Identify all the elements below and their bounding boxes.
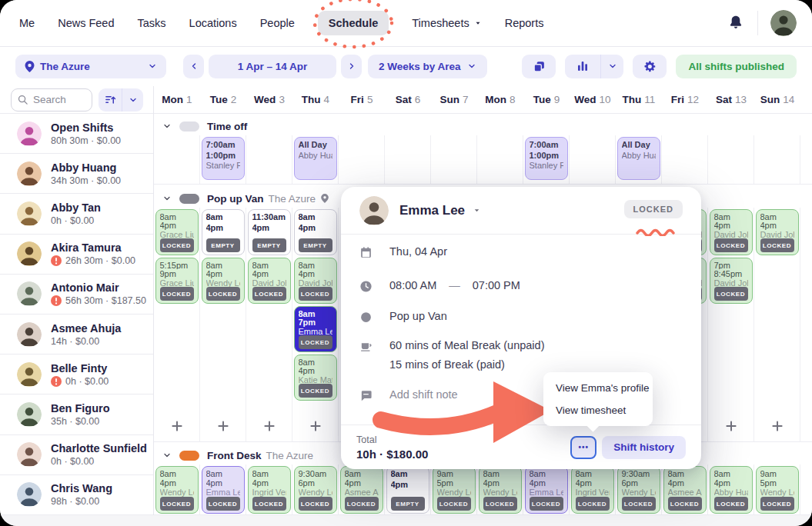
grid-column-day-13[interactable]: 8am4pmAbby HuaLOCKED xyxy=(708,464,754,514)
date-range-label[interactable]: 1 Apr – 14 Apr xyxy=(209,55,336,78)
grid-column-day-12[interactable]: 8am4pmAsmee AhLOCKED xyxy=(662,464,708,514)
add-shift-plus-icon[interactable] xyxy=(170,419,184,433)
grid-column-day-7[interactable] xyxy=(431,135,477,184)
grid-column-day-3[interactable]: 8am4pmIngrid VerLOCKED xyxy=(246,464,292,514)
settings-button[interactable] xyxy=(633,55,667,78)
view-mode-selector[interactable]: 2 Weeks by Area xyxy=(368,55,487,78)
grid-column-day-5[interactable]: 8am4pmAsmee AhLOCKED xyxy=(339,464,385,514)
shift-card-locked[interactable]: 8am4pmWendy LoLOCKED xyxy=(155,466,199,514)
context-menu-item-view-timesheet[interactable]: View timesheet xyxy=(556,404,640,416)
shift-card-locked[interactable]: 8am4pmDavid JohLOCKED xyxy=(710,209,753,255)
grid-column-day-4[interactable]: 9:30am6pmWendy LoLOCKED xyxy=(292,464,339,514)
nav-item-people[interactable]: People xyxy=(260,17,295,29)
nav-item-locations[interactable]: Locations xyxy=(189,17,237,29)
user-avatar[interactable] xyxy=(770,10,797,36)
grid-column-day-4[interactable]: All DayAbby Huan xyxy=(292,135,339,184)
grid-column-day-3[interactable] xyxy=(246,135,292,184)
shift-card-purple[interactable]: 8am4pmEmma LeeLOCKED xyxy=(202,466,245,514)
shift-card-empty[interactable]: 8am4pmEMPTY xyxy=(202,209,245,255)
person-row-charlotte-sunfield[interactable]: Charlotte Sunfield0h · $0.00 xyxy=(0,435,153,475)
shift-card-empty[interactable]: 8am4pmEMPTY xyxy=(294,209,337,255)
shift-card-locked[interactable]: 9am5pmWendy LoLOCKED xyxy=(756,466,799,514)
person-row-chris-wang[interactable]: Chris Wang98h · $0.00 xyxy=(0,475,153,515)
grid-column-day-2[interactable]: 8am4pmEmma LeeLOCKED xyxy=(200,464,246,514)
shift-card-empty[interactable]: 8am4pmEMPTY xyxy=(386,466,429,514)
shift-card-locked[interactable]: 8am4pmWendy LoLOCKED xyxy=(479,466,522,514)
shift-card-timeoff[interactable]: All DayAbby Huan xyxy=(294,137,337,180)
person-row-asmee-ahuja[interactable]: Asmee Ahuja14h · $0.00 xyxy=(0,315,153,355)
shift-card-locked[interactable]: 8am4pmIngrid VerLOCKED xyxy=(248,466,291,514)
add-shift-note-field[interactable]: Add shift note xyxy=(389,388,458,401)
grid-column-day-14[interactable]: 8am4pmDavid JohLOCKED xyxy=(754,208,800,441)
grid-column-day-11[interactable]: All DayAbby Huan xyxy=(616,135,662,184)
nav-item-schedule[interactable]: Schedule xyxy=(318,11,389,35)
shift-card-locked[interactable]: 8am4pmGrace LiuLOCKED xyxy=(155,209,199,255)
add-shift-plus-icon[interactable] xyxy=(309,419,322,433)
nav-item-timesheets[interactable]: Timesheets xyxy=(412,17,481,29)
add-shift-plus-icon[interactable] xyxy=(262,419,276,433)
location-selector[interactable]: The Azure xyxy=(15,55,166,78)
grid-column-day-2[interactable]: 8am4pmEMPTY8am4pmWendy LoLOCKED xyxy=(200,208,246,441)
nav-item-me[interactable]: Me xyxy=(19,17,35,29)
shift-card-locked[interactable]: 9:30am6pmWendy LoLOCKED xyxy=(617,466,660,514)
grid-column-day-5[interactable] xyxy=(339,135,385,184)
grid-column-day-7[interactable]: 9am5pmWendy LoLOCKED xyxy=(431,464,477,514)
more-actions-button[interactable]: ••• xyxy=(570,436,596,459)
grid-column-day-12[interactable] xyxy=(662,135,708,184)
meal-break-text[interactable]: 60 mins of Meal Break (unpaid) xyxy=(389,339,545,351)
shift-card-locked[interactable]: 9:30am6pmWendy LoLOCKED xyxy=(294,466,337,514)
section-collapse-chevron-icon[interactable] xyxy=(162,122,172,131)
shift-card-locked[interactable]: 8am4pmDavid JohLOCKED xyxy=(248,258,291,304)
shift-card-locked[interactable]: 9am5pmWendy LoLOCKED xyxy=(433,466,476,514)
grid-column-day-10[interactable]: 8am4pmIngrid VerLOCKED xyxy=(570,464,616,514)
nav-item-tasks[interactable]: Tasks xyxy=(138,17,166,29)
section-toggle-popupvan[interactable] xyxy=(179,194,199,204)
grid-column-day-14[interactable] xyxy=(754,135,800,184)
employee-dropdown-caret-icon[interactable] xyxy=(473,206,481,215)
grid-column-day-8[interactable] xyxy=(477,135,523,184)
grid-column-day-1[interactable]: 8am4pmGrace LiuLOCKED5:15pm9pmGrace LiuL… xyxy=(154,208,200,441)
grid-column-day-9[interactable]: 7:00am1:00pmStanley For xyxy=(523,135,570,184)
shift-card-locked[interactable]: 8am4pmIngrid VerLOCKED xyxy=(571,466,614,514)
grid-column-day-10[interactable] xyxy=(570,135,616,184)
shift-card-timeoff[interactable]: 7:00am1:00pmStanley For xyxy=(525,137,568,180)
next-week-button[interactable] xyxy=(341,55,362,78)
copy-schedule-button[interactable] xyxy=(522,55,556,78)
grid-column-day-4[interactable]: 8am4pmEMPTY8am4pmDavid JohLOCKED8am7pmEm… xyxy=(292,208,339,441)
section-toggle-frontdesk[interactable] xyxy=(179,451,199,461)
shift-card-locked[interactable]: 8am4pmKatie MatLOCKED xyxy=(294,355,337,401)
shift-card-locked[interactable]: 8am4pmAsmee AhLOCKED xyxy=(340,466,383,514)
person-row-akira-tamura[interactable]: Akira Tamura26h 30m · $0.00 xyxy=(0,235,153,275)
grid-column-day-11[interactable]: 9:30am6pmWendy LoLOCKED xyxy=(616,464,662,514)
grid-column-day-6[interactable]: 8am4pmEMPTY xyxy=(385,464,431,514)
shift-card-locked[interactable]: 5:15pm9pmGrace LiuLOCKED xyxy=(155,258,199,304)
shift-card-purple[interactable]: 8am4pmEmma LeeLOCKED xyxy=(525,466,568,514)
shift-start-time[interactable]: 08:00 AM xyxy=(389,279,436,291)
shift-card-locked[interactable]: 8am4pmAbby HuaLOCKED xyxy=(710,466,753,514)
shift-card-locked[interactable]: 8am4pmDavid JohLOCKED xyxy=(294,258,337,304)
shift-card-timeoff[interactable]: 7:00am1:00pmStanley For xyxy=(202,137,245,180)
grid-column-day-1[interactable] xyxy=(154,135,200,184)
sort-dropdown-button[interactable] xyxy=(122,88,143,112)
shift-card-locked[interactable]: 8am4pmWendy LoLOCKED xyxy=(202,258,245,304)
person-row-ben-figuro[interactable]: Ben Figuro35h · $0.00 xyxy=(0,394,153,434)
grid-column-day-3[interactable]: 11:30am4pmEMPTY8am4pmDavid JohLOCKED xyxy=(246,208,292,441)
shift-card-locked[interactable]: 8am4pmDavid JohLOCKED xyxy=(756,209,799,255)
nav-item-reports[interactable]: Reports xyxy=(505,17,544,29)
shift-card-selected[interactable]: 8am7pmEmma LeeLOCKED xyxy=(294,306,337,352)
add-shift-plus-icon[interactable] xyxy=(216,419,230,433)
person-row-antonio-mair[interactable]: Antonio Mair56h 30m · $187.50 xyxy=(0,275,153,315)
grid-column-day-9[interactable]: 8am4pmEmma LeeLOCKED xyxy=(523,464,570,514)
grid-column-day-1[interactable]: 8am4pmWendy LoLOCKED xyxy=(154,464,200,514)
grid-column-day-13[interactable]: 8am4pmDavid JohLOCKED7pm8:45pmDavid JohL… xyxy=(708,208,754,441)
grid-column-day-14[interactable]: 9am5pmWendy LoLOCKED xyxy=(754,464,800,514)
grid-column-day-13[interactable] xyxy=(708,135,754,184)
stats-dropdown-button[interactable] xyxy=(600,55,623,78)
grid-column-day-8[interactable]: 8am4pmWendy LoLOCKED xyxy=(477,464,523,514)
nav-item-news-feed[interactable]: News Feed xyxy=(58,17,114,29)
add-shift-plus-icon[interactable] xyxy=(770,419,784,433)
shift-card-locked[interactable]: 8am4pmAsmee AhLOCKED xyxy=(663,466,707,514)
add-shift-plus-icon[interactable] xyxy=(724,419,738,433)
section-toggle-timeoff[interactable] xyxy=(179,122,199,132)
shift-end-time[interactable]: 07:00 PM xyxy=(473,279,520,291)
